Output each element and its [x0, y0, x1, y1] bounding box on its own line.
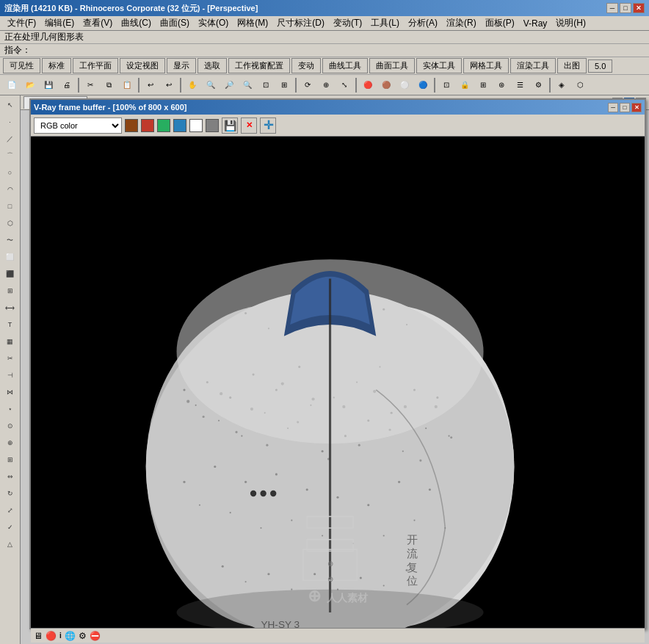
menu-curve[interactable]: 曲线(C) [117, 16, 156, 30]
close-button[interactable]: ✕ [633, 3, 645, 13]
tab-mesh-tools[interactable]: 网格工具 [463, 58, 509, 73]
layer-button[interactable]: ☰ [511, 76, 529, 94]
freeform-tool[interactable]: 〜 [1, 232, 19, 248]
text-tool[interactable]: T [1, 316, 19, 333]
arc-tool[interactable]: ◠ [1, 181, 19, 198]
menu-solid[interactable]: 实体(O) [194, 16, 233, 30]
save-button[interactable]: 💾 [40, 76, 57, 94]
polygon-tool[interactable]: ⬡ [1, 215, 19, 231]
rotate-button[interactable]: ⟳ [299, 76, 316, 94]
hatch-tool[interactable]: ▦ [1, 333, 19, 350]
polyline-tool[interactable]: ⌒ [1, 148, 19, 164]
snap-button[interactable]: ⊡ [438, 76, 455, 94]
light-button[interactable]: ⚪ [396, 76, 413, 94]
pan-button[interactable]: ✋ [184, 76, 201, 94]
color-btn-red[interactable] [141, 119, 154, 132]
group-tool[interactable]: ⊙ [1, 418, 19, 434]
tab-select[interactable]: 选取 [197, 58, 227, 73]
tab-workplane[interactable]: 工作平面 [73, 58, 118, 73]
color-btn-blue[interactable] [173, 119, 186, 132]
tab-standard[interactable]: 标准 [42, 58, 71, 73]
tab-surface-tools[interactable]: 曲面工具 [369, 58, 415, 73]
vray-pin-button[interactable]: ✛ [260, 117, 276, 134]
zoom-in-button[interactable]: 🔎 [220, 76, 238, 94]
mirror-tool[interactable]: ⇔ [1, 468, 19, 485]
menu-panel[interactable]: 面板(P) [481, 16, 519, 30]
menu-mesh[interactable]: 网格(M) [233, 16, 272, 30]
vray-close-render-button[interactable]: ✕ [241, 117, 257, 134]
vray-maximize-button[interactable]: □ [620, 103, 630, 112]
menu-edit[interactable]: 编辑(E) [40, 16, 79, 30]
tab-setview[interactable]: 设定视图 [120, 58, 165, 73]
tab-display[interactable]: 显示 [167, 58, 196, 73]
rectangle-tool[interactable]: □ [1, 198, 19, 214]
zoom-window-button[interactable]: ⊡ [257, 76, 275, 94]
menu-tools[interactable]: 工具(L) [366, 16, 404, 30]
point-tool[interactable]: · [1, 114, 19, 130]
tab-transform[interactable]: 变动 [291, 58, 321, 73]
maximize-button[interactable]: □ [620, 3, 631, 13]
dimension-tool[interactable]: ⟷ [1, 300, 19, 316]
vray-close-button[interactable]: ✕ [631, 103, 642, 112]
array-tool[interactable]: ⊞ [1, 452, 19, 468]
color-mode-select[interactable]: RGB color [34, 117, 122, 134]
split-tool[interactable]: ⊣ [1, 367, 19, 383]
trim-tool[interactable]: ✂ [1, 350, 19, 366]
menu-vray[interactable]: V-Ray [519, 18, 552, 29]
new-button[interactable]: 📄 [3, 76, 21, 94]
tab-print[interactable]: 出图 [557, 58, 587, 73]
print-button[interactable]: 🖨 [58, 76, 76, 94]
color-btn-white[interactable] [189, 119, 203, 132]
cut-button[interactable]: ✂ [81, 76, 99, 94]
undo-button[interactable]: ↩ [142, 76, 159, 94]
paste-button[interactable]: 📋 [118, 76, 136, 94]
solid-tool[interactable]: ⬛ [1, 266, 19, 282]
move-button[interactable]: ⊕ [317, 76, 335, 94]
menu-render[interactable]: 渲染(R) [442, 16, 481, 30]
copy-button[interactable]: ⧉ [100, 76, 117, 94]
redo-button[interactable]: ↩ [160, 76, 178, 94]
tab-v50[interactable]: 5.0 [588, 59, 612, 73]
render-button[interactable]: 🔵 [414, 76, 432, 94]
rotate3d-tool[interactable]: ↻ [1, 485, 19, 502]
vray-title-bar[interactable]: V-Ray frame buffer - [100% of 800 x 600]… [31, 100, 645, 115]
tab-viewport-config[interactable]: 工作视窗配置 [228, 58, 290, 73]
scale3d-tool[interactable]: ⤢ [1, 502, 19, 518]
material-button[interactable]: 🔴 [359, 76, 377, 94]
menu-analysis[interactable]: 分析(A) [404, 16, 442, 30]
grid-button[interactable]: ⊞ [474, 76, 492, 94]
tab-visibility[interactable]: 可见性 [3, 58, 40, 73]
line-tool[interactable]: ／ [1, 131, 19, 147]
select-tool[interactable]: ↖ [1, 97, 19, 113]
zoom-button[interactable]: 🔍 [202, 76, 220, 94]
extra-btn1[interactable]: ◈ [553, 76, 570, 94]
menu-surface[interactable]: 曲面(S) [156, 16, 194, 30]
checkmark-tool[interactable]: ✓ [1, 519, 19, 535]
lock-button[interactable]: 🔒 [456, 76, 474, 94]
color-btn-brown[interactable] [125, 119, 138, 132]
join-tool[interactable]: ⋈ [1, 384, 19, 400]
zoom-out-button[interactable]: 🔍 [239, 76, 256, 94]
surface-tool[interactable]: ⬜ [1, 249, 19, 265]
explode-tool[interactable]: ⋆ [1, 401, 19, 417]
menu-help[interactable]: 说明(H) [551, 16, 590, 30]
minimize-button[interactable]: ─ [606, 3, 618, 13]
color-btn-green[interactable] [157, 119, 170, 132]
tab-render-tools[interactable]: 渲染工具 [510, 58, 556, 73]
texture-button[interactable]: 🟤 [377, 76, 395, 94]
ungroup-tool[interactable]: ⊕ [1, 435, 19, 451]
zoom-all-button[interactable]: ⊞ [275, 76, 293, 94]
tab-solid-tools[interactable]: 实体工具 [416, 58, 462, 73]
open-button[interactable]: 📂 [21, 76, 39, 94]
menu-dimension[interactable]: 尺寸标注(D) [272, 16, 329, 30]
menu-view[interactable]: 查看(V) [79, 16, 117, 30]
circle-tool[interactable]: ○ [1, 164, 19, 181]
triangle-tool[interactable]: △ [1, 536, 19, 552]
menu-transform[interactable]: 变动(T) [329, 16, 366, 30]
menu-file[interactable]: 文件(F) [3, 16, 40, 30]
extra-btn2[interactable]: ⬡ [571, 76, 589, 94]
color-btn-gray[interactable] [206, 119, 219, 132]
tab-curve-tools[interactable]: 曲线工具 [322, 58, 368, 73]
scale-button[interactable]: ⤡ [336, 76, 353, 94]
mesh-tool[interactable]: ⊞ [1, 283, 19, 299]
